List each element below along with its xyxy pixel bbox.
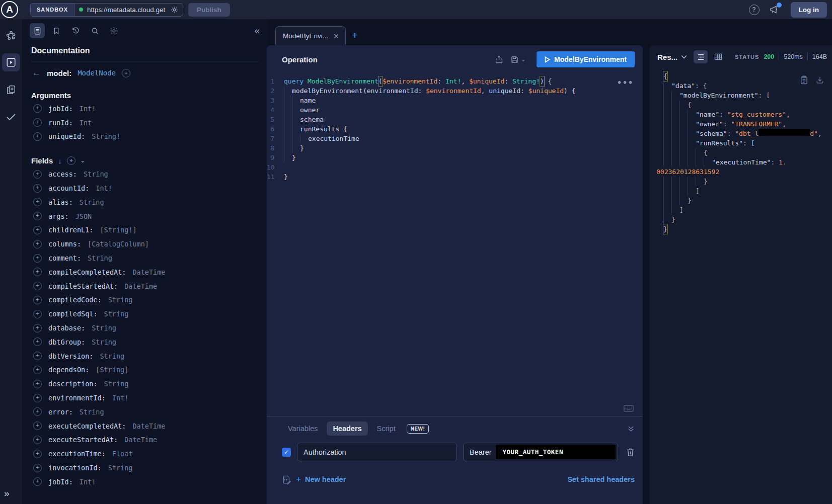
field-type[interactable]: String bbox=[108, 296, 133, 304]
field-row[interactable]: +executionTime:Float bbox=[31, 447, 258, 461]
field-type[interactable]: String bbox=[104, 380, 129, 388]
operation-tab[interactable]: ModelByEnvi... ✕ bbox=[275, 26, 346, 45]
add-field-button[interactable]: + bbox=[33, 394, 42, 402]
field-row[interactable]: +access:String bbox=[31, 167, 258, 181]
header-enabled-checkbox[interactable]: ✓ bbox=[282, 448, 291, 457]
field-type[interactable]: String bbox=[84, 170, 108, 178]
header-key-input[interactable]: Authorization bbox=[297, 443, 457, 461]
field-type[interactable]: [CatalogColumn] bbox=[88, 240, 149, 248]
download-response-icon[interactable] bbox=[816, 75, 824, 85]
field-row[interactable]: +executeCompletedAt:DateTime bbox=[31, 419, 258, 433]
documentation-tab-icon[interactable] bbox=[30, 23, 45, 38]
publish-button[interactable]: Publish bbox=[188, 3, 230, 17]
field-type[interactable]: DateTime bbox=[132, 422, 165, 430]
field-type[interactable]: DateTime bbox=[124, 436, 157, 444]
add-argument-button[interactable]: + bbox=[33, 104, 42, 113]
add-field-button[interactable]: + bbox=[33, 226, 42, 234]
field-type[interactable]: Float bbox=[112, 450, 133, 458]
collapse-doc-panel-icon[interactable]: « bbox=[254, 25, 260, 36]
field-type[interactable]: [String] bbox=[96, 366, 128, 374]
field-row[interactable]: +compiledCode:String bbox=[31, 293, 258, 307]
add-field-button[interactable]: + bbox=[33, 254, 42, 263]
field-row[interactable]: +dbtGroup:String bbox=[31, 335, 258, 349]
field-row[interactable]: +alias:String bbox=[31, 195, 258, 209]
field-row[interactable]: +jobId:Int! bbox=[31, 475, 258, 489]
new-header-button[interactable]: + New header bbox=[296, 474, 346, 484]
field-row[interactable]: +comment:String bbox=[31, 251, 258, 265]
environment-variables-icon[interactable] bbox=[282, 475, 291, 484]
field-row[interactable]: +environmentId:Int! bbox=[31, 391, 258, 405]
field-row[interactable]: +childrenL1:[String!] bbox=[31, 223, 258, 237]
keyboard-shortcuts-icon[interactable] bbox=[624, 405, 634, 412]
field-row[interactable]: +accountId:Int! bbox=[31, 181, 258, 195]
add-field-button[interactable]: + bbox=[33, 170, 42, 179]
add-field-button[interactable]: + bbox=[33, 184, 42, 193]
field-type[interactable]: String bbox=[80, 198, 104, 206]
field-row[interactable]: +database:String bbox=[31, 321, 258, 335]
breadcrumb-type-link[interactable]: ModelNode bbox=[78, 69, 116, 77]
bookmarks-tab-icon[interactable] bbox=[49, 23, 64, 38]
argument-type[interactable]: Int! bbox=[80, 105, 96, 113]
save-operation-group[interactable]: ⌄ bbox=[510, 55, 525, 64]
collapse-secondary-panel-icon[interactable] bbox=[627, 425, 635, 433]
field-type[interactable]: String bbox=[92, 338, 116, 346]
field-row[interactable]: +columns:[CatalogColumn] bbox=[31, 237, 258, 251]
field-type[interactable]: [String!] bbox=[100, 226, 136, 234]
add-field-button[interactable]: + bbox=[33, 380, 42, 388]
add-field-button[interactable]: + bbox=[33, 282, 42, 290]
field-row[interactable]: +invocationId:String bbox=[31, 461, 258, 475]
close-tab-icon[interactable]: ✕ bbox=[333, 32, 339, 40]
save-options-chevron-icon[interactable]: ⌄ bbox=[521, 56, 525, 63]
add-field-button[interactable]: + bbox=[33, 296, 42, 304]
field-type[interactable]: String bbox=[80, 408, 104, 416]
argument-row[interactable]: +runId:Int bbox=[31, 116, 258, 130]
field-row[interactable]: +error:String bbox=[31, 405, 258, 419]
login-button[interactable]: Log in bbox=[791, 2, 827, 18]
field-row[interactable]: +compiledSql:String bbox=[31, 307, 258, 321]
header-value-input[interactable]: Bearer YOUR_AUTH_TOKEN bbox=[463, 443, 618, 461]
add-field-button[interactable]: + bbox=[33, 338, 42, 346]
add-field-button[interactable]: + bbox=[33, 240, 42, 248]
add-field-button[interactable]: + bbox=[33, 310, 42, 318]
add-all-fields-button[interactable]: + bbox=[67, 156, 75, 165]
delete-header-icon[interactable] bbox=[626, 448, 635, 457]
field-type[interactable]: Int! bbox=[112, 394, 129, 402]
field-row[interactable]: +description:String bbox=[31, 377, 258, 391]
response-dropdown-chevron-icon[interactable] bbox=[681, 55, 687, 59]
back-arrow-icon[interactable]: ← bbox=[32, 68, 41, 78]
add-field-button[interactable]: + bbox=[33, 212, 42, 220]
set-shared-headers-link[interactable]: Set shared headers bbox=[567, 475, 635, 483]
field-row[interactable]: +compileCompletedAt:DateTime bbox=[31, 265, 258, 279]
add-field-button[interactable]: + bbox=[33, 324, 42, 332]
add-field-button[interactable]: + bbox=[33, 450, 42, 458]
history-tab-icon[interactable] bbox=[68, 23, 83, 38]
field-type[interactable]: Int! bbox=[96, 184, 112, 192]
sandbox-collections-icon[interactable] bbox=[2, 80, 20, 99]
share-operation-icon[interactable] bbox=[495, 55, 503, 64]
argument-row[interactable]: +uniqueId:String! bbox=[31, 130, 258, 144]
table-view-toggle[interactable] bbox=[711, 50, 725, 63]
field-type[interactable]: String bbox=[108, 464, 133, 472]
endpoint-settings-icon[interactable] bbox=[171, 6, 178, 14]
add-field-button[interactable]: + bbox=[33, 422, 42, 430]
response-body[interactable]: {"data": {"modelByEnvironment": [{"name"… bbox=[649, 68, 832, 504]
field-type[interactable]: DateTime bbox=[132, 268, 165, 276]
add-field-button[interactable]: + bbox=[33, 477, 42, 486]
field-type[interactable]: DateTime bbox=[124, 282, 157, 290]
copy-response-icon[interactable] bbox=[800, 75, 808, 85]
prettify-view-toggle[interactable] bbox=[694, 50, 708, 63]
schema-settings-tab-icon[interactable] bbox=[106, 23, 121, 38]
operation-kebab-menu-icon[interactable]: ••• bbox=[617, 78, 634, 88]
add-type-button[interactable]: + bbox=[122, 69, 130, 77]
tab-headers[interactable]: Headers bbox=[327, 422, 367, 436]
field-type[interactable]: String bbox=[104, 310, 129, 318]
explorer-nav-icon[interactable] bbox=[2, 53, 20, 71]
run-operation-button[interactable]: ModelByEnvironment bbox=[537, 51, 635, 67]
field-type[interactable]: String bbox=[88, 254, 112, 262]
add-field-button[interactable]: + bbox=[33, 366, 42, 374]
field-row[interactable]: +dbtVersion:String bbox=[31, 349, 258, 363]
graph-nav-icon[interactable] bbox=[2, 26, 20, 44]
field-type[interactable]: String bbox=[92, 324, 116, 332]
field-row[interactable]: +args:JSON bbox=[31, 209, 258, 223]
field-row[interactable]: +executeStartedAt:DateTime bbox=[31, 433, 258, 447]
